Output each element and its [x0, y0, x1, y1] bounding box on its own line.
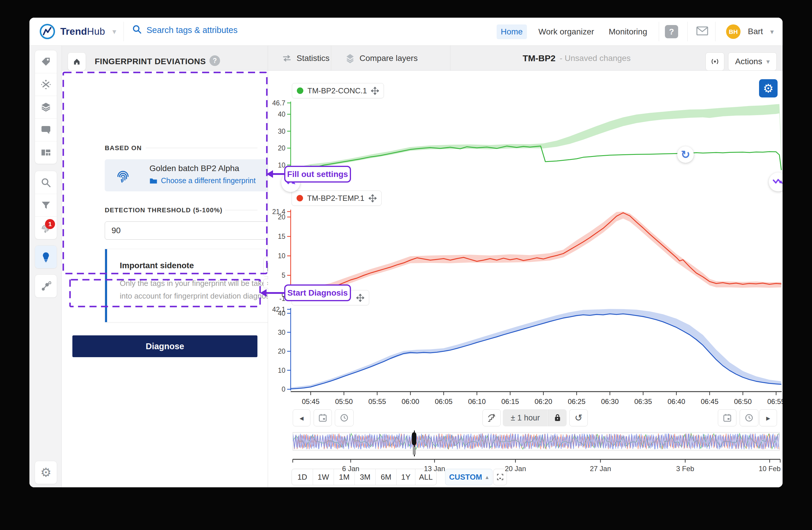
- svg-text:06:35: 06:35: [634, 398, 652, 405]
- svg-text:5: 5: [281, 271, 285, 279]
- svg-text:05:50: 05:50: [335, 398, 353, 405]
- svg-text:06:40: 06:40: [668, 398, 685, 405]
- context-brush-grip-lower[interactable]: [413, 447, 416, 455]
- svg-text:6 Jan: 6 Jan: [342, 465, 360, 473]
- svg-text:06:00: 06:00: [402, 398, 419, 405]
- svg-text:06:15: 06:15: [501, 398, 519, 405]
- legend-label: TM-BP2-TEMP.1: [307, 194, 364, 203]
- svg-text:46.7: 46.7: [272, 99, 285, 107]
- legend-temp-series[interactable]: TM-BP2-TEMP.1: [292, 191, 381, 206]
- svg-text:20: 20: [278, 347, 285, 355]
- svg-text:06:30: 06:30: [601, 398, 619, 405]
- svg-text:15: 15: [278, 233, 285, 240]
- svg-text:13 Jan: 13 Jan: [424, 465, 445, 473]
- svg-text:05:45: 05:45: [302, 398, 319, 405]
- svg-text:20: 20: [278, 213, 285, 221]
- move-icon[interactable]: [356, 294, 364, 302]
- trend-chart[interactable]: 46.74030201021.420151050-142.14030201000…: [29, 18, 783, 487]
- svg-text:40: 40: [278, 309, 285, 317]
- annotation-start-diagnosis: Start Diagnosis: [284, 284, 351, 301]
- svg-text:27 Jan: 27 Jan: [590, 465, 611, 473]
- svg-text:06:45: 06:45: [701, 398, 719, 405]
- legend-label: TM-BP2-CONC.1: [307, 86, 367, 95]
- move-icon[interactable]: [368, 194, 377, 202]
- svg-text:10 Feb: 10 Feb: [759, 465, 781, 473]
- svg-text:06:05: 06:05: [435, 398, 452, 405]
- svg-text:20 Jan: 20 Jan: [505, 465, 526, 473]
- context-brush-grip[interactable]: [412, 432, 416, 445]
- series-dot-red: [296, 195, 303, 201]
- annotation-fill-out-settings: Fill out settings: [284, 166, 351, 183]
- svg-text:10: 10: [278, 161, 285, 169]
- svg-text:3 Feb: 3 Feb: [676, 465, 694, 473]
- zigzag-arrow-icon: [772, 177, 783, 187]
- svg-text:10: 10: [278, 252, 285, 260]
- refresh-icon: ↻: [681, 148, 690, 161]
- svg-text:20: 20: [278, 144, 285, 152]
- app-window: TrendHub ▾ Home Work organizer Monitorin…: [29, 18, 783, 487]
- move-icon[interactable]: [371, 87, 379, 95]
- svg-text:06:25: 06:25: [568, 398, 585, 405]
- svg-text:40: 40: [278, 110, 285, 118]
- refresh-button[interactable]: ↻: [677, 147, 694, 163]
- series-dot-green: [297, 87, 303, 94]
- svg-text:06:55: 06:55: [767, 398, 783, 405]
- svg-text:06:50: 06:50: [734, 398, 752, 405]
- svg-text:30: 30: [278, 329, 285, 336]
- svg-text:10: 10: [278, 366, 285, 374]
- svg-text:06:10: 06:10: [468, 398, 486, 405]
- legend-conc-series[interactable]: TM-BP2-CONC.1: [292, 83, 384, 98]
- svg-text:0: 0: [281, 386, 285, 393]
- svg-text:06:20: 06:20: [535, 398, 552, 405]
- svg-text:30: 30: [278, 127, 285, 135]
- svg-text:05:55: 05:55: [368, 398, 386, 405]
